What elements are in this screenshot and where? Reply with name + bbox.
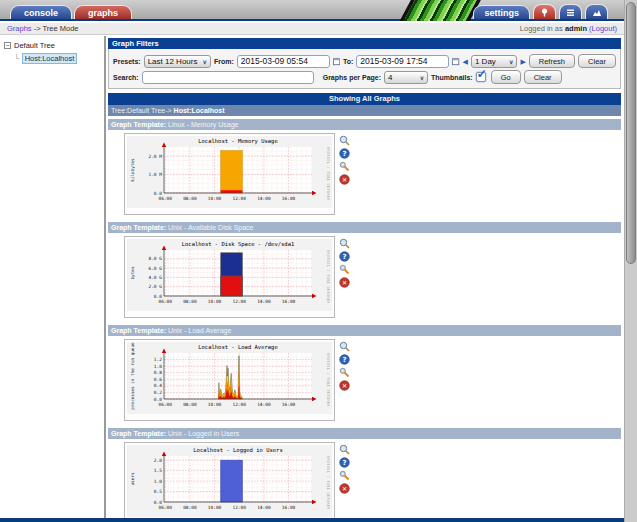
presets-label: Presets: — [113, 58, 141, 65]
tree-view-button[interactable] — [533, 4, 556, 19]
svg-text:6.0 G: 6.0 G — [148, 266, 162, 271]
svg-text:14:00: 14:00 — [257, 402, 271, 407]
showing-all-graphs-bar-top: Showing All Graphs — [108, 93, 621, 105]
tab-console[interactable]: console — [10, 5, 72, 19]
properties-icon[interactable]: ? — [339, 457, 350, 468]
svg-text:✕: ✕ — [342, 485, 347, 492]
remove-icon[interactable]: ✕ — [339, 380, 350, 391]
svg-text:2.0 M: 2.0 M — [148, 154, 162, 159]
svg-text:0.4: 0.4 — [154, 383, 162, 388]
graph-template-label: Graph Template: — [111, 327, 168, 334]
properties-icon[interactable]: ? — [339, 148, 350, 159]
zoom-icon[interactable] — [339, 341, 350, 352]
graph-panel[interactable]: 0.00.20.40.60.81.01.206:0008:0010:0012:0… — [124, 339, 335, 421]
rrd-graph-image[interactable]: 0.01.0 M2.0 M06:0008:0010:0012:0014:0016… — [127, 136, 332, 208]
content-area: Graph Filters Presets: Last 12 Hours ∨ F… — [106, 36, 624, 518]
tab-graphs[interactable]: graphs — [74, 5, 132, 19]
svg-text:16:00: 16:00 — [282, 402, 296, 407]
breadcrumb-graphs-link[interactable]: Graphs — [7, 24, 32, 33]
sidebar-item-host-localhost[interactable]: Host:Localhost — [22, 53, 78, 64]
range-value: 1 Day — [475, 57, 496, 66]
zoom-icon[interactable] — [339, 444, 350, 455]
svg-text:2.0: 2.0 — [154, 458, 162, 463]
thumbnails-label: Thumbnails: — [431, 74, 473, 81]
graph-template-name: Linux - Memory Usage — [168, 121, 238, 128]
zoom-icon[interactable] — [339, 238, 350, 249]
graphs-per-page-label: Graphs per Page: — [323, 74, 381, 81]
from-date-input[interactable] — [237, 55, 330, 68]
to-date-input[interactable] — [356, 55, 449, 68]
graphs-per-page-select[interactable]: 4 ∨ — [384, 71, 428, 84]
tree-path-host: Host:Localhost — [174, 107, 225, 114]
graph-template-bar: Graph Template: Unix - Load Average — [108, 325, 621, 336]
scrollbar-thumb[interactable] — [626, 2, 636, 264]
chevron-down-icon: ∨ — [203, 58, 207, 65]
tree-elbow-icon: └ — [14, 54, 20, 63]
svg-text:0.0: 0.0 — [154, 500, 162, 505]
preview-view-button[interactable] — [585, 4, 608, 19]
shift-right-icon[interactable]: ▶ — [520, 55, 525, 68]
svg-text:8.0 G: 8.0 G — [148, 256, 162, 261]
shift-left-icon[interactable]: ◀ — [463, 55, 468, 68]
go-button[interactable]: Go — [491, 70, 521, 84]
svg-text:08:00: 08:00 — [183, 196, 197, 201]
rrd-graph-image[interactable]: 0.00.20.40.60.81.01.206:0008:0010:0012:0… — [127, 342, 332, 414]
svg-text:06:00: 06:00 — [158, 505, 172, 510]
logout-link[interactable]: (Logout) — [589, 24, 617, 33]
breadcrumb-rest: -> Tree Mode — [34, 24, 79, 33]
rrd-graph-image[interactable]: 0.02.0 G4.0 G6.0 G8.0 G06:0008:0010:0012… — [127, 239, 332, 311]
svg-text:10:00: 10:00 — [208, 505, 222, 510]
svg-text:1.0 M: 1.0 M — [148, 172, 162, 177]
chevron-down-icon: ∨ — [420, 74, 424, 81]
svg-text:08:00: 08:00 — [183, 505, 197, 510]
breadcrumb-bar: Graphs -> Tree Mode Logged in as admin (… — [0, 23, 624, 35]
svg-text:processes in the run queue: processes in the run queue — [130, 342, 135, 410]
graph-panel[interactable]: 0.01.0 M2.0 M06:0008:0010:0012:0014:0016… — [124, 133, 335, 215]
graph-action-icons: ? ✕ — [339, 442, 350, 518]
remove-icon[interactable]: ✕ — [339, 174, 350, 185]
refresh-button[interactable]: Refresh — [529, 54, 575, 68]
wrench-icon[interactable] — [339, 264, 350, 275]
zoom-icon[interactable] — [339, 135, 350, 146]
list-view-button[interactable] — [559, 4, 582, 19]
rrd-graph-image[interactable]: 0.00.51.01.52.006:0008:0010:0012:0014:00… — [127, 445, 332, 517]
properties-icon[interactable]: ? — [339, 354, 350, 365]
sidebar-item-default-tree[interactable]: − Default Tree — [4, 41, 104, 50]
svg-text:12:00: 12:00 — [232, 196, 246, 201]
graph-row: 0.00.51.01.52.006:0008:0010:0012:0014:00… — [108, 439, 621, 518]
from-label: From: — [214, 58, 234, 65]
chart-icon — [592, 8, 602, 17]
collapse-icon[interactable]: − — [4, 42, 11, 49]
graph-row: 0.02.0 G4.0 G6.0 G8.0 G06:0008:0010:0012… — [108, 233, 621, 322]
clear-button-2[interactable]: Clear — [524, 70, 562, 84]
graph-panel[interactable]: 0.00.51.01.52.006:0008:0010:0012:0014:00… — [124, 442, 335, 518]
wrench-icon[interactable] — [339, 367, 350, 378]
wrench-icon[interactable] — [339, 161, 350, 172]
range-select[interactable]: 1 Day ∨ — [471, 55, 517, 68]
svg-text:08:00: 08:00 — [183, 402, 197, 407]
calendar-icon[interactable] — [452, 57, 459, 66]
svg-text:?: ? — [342, 253, 346, 261]
properties-icon[interactable]: ? — [339, 251, 350, 262]
calendar-icon[interactable] — [333, 57, 340, 66]
svg-text:?: ? — [342, 356, 346, 364]
wrench-icon[interactable] — [339, 470, 350, 481]
graphs-per-page-value: 4 — [388, 73, 392, 82]
svg-text:14:00: 14:00 — [257, 505, 271, 510]
tab-settings[interactable]: settings — [473, 5, 530, 19]
svg-text:14:00: 14:00 — [257, 196, 271, 201]
graph-panel[interactable]: 0.02.0 G4.0 G6.0 G8.0 G06:0008:0010:0012… — [124, 236, 335, 318]
graph-template-label: Graph Template: — [111, 430, 168, 437]
search-input[interactable] — [142, 71, 314, 84]
remove-icon[interactable]: ✕ — [339, 277, 350, 288]
svg-text:12:00: 12:00 — [232, 505, 246, 510]
graph-template-label: Graph Template: — [111, 121, 168, 128]
thumbnails-checkbox[interactable]: ✓ — [476, 71, 488, 83]
graph-action-icons: ? ✕ — [339, 236, 350, 318]
remove-icon[interactable]: ✕ — [339, 483, 350, 494]
svg-text:12:00: 12:00 — [232, 299, 246, 304]
clear-button[interactable]: Clear — [578, 54, 616, 68]
vertical-scrollbar[interactable] — [624, 0, 637, 522]
svg-text:RRDTOOL / TOBI OETIKER: RRDTOOL / TOBI OETIKER — [326, 456, 330, 510]
presets-select[interactable]: Last 12 Hours ∨ — [144, 55, 211, 68]
